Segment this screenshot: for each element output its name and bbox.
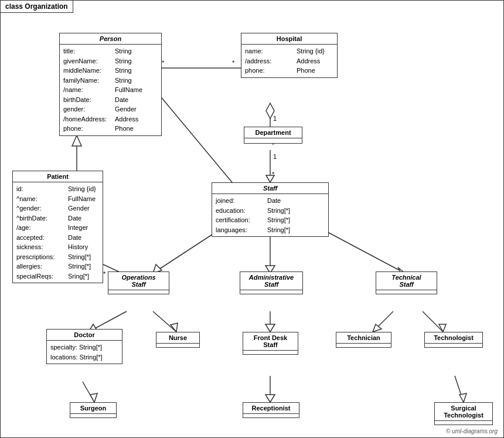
class-front-desk-staff-body xyxy=(243,351,298,354)
svg-marker-27 xyxy=(171,323,178,332)
class-operations-staff: OperationsStaff xyxy=(108,271,169,294)
class-patient-body: id:String {id} ^name:FullName ^gender:Ge… xyxy=(13,182,103,283)
svg-line-32 xyxy=(423,311,443,332)
class-operations-staff-body xyxy=(108,290,169,294)
svg-marker-10 xyxy=(266,175,274,182)
class-staff: Staff joined:Date education:String[*] ce… xyxy=(212,182,329,237)
svg-text:*: * xyxy=(162,59,165,66)
class-technician-body xyxy=(336,344,391,347)
class-technical-staff-header: TechnicalStaff xyxy=(376,272,437,290)
class-technical-staff-body xyxy=(376,290,437,294)
class-technical-staff: TechnicalStaff xyxy=(376,271,437,294)
class-surgeon: Surgeon xyxy=(70,402,117,418)
diagram-container: class Organization * * 1 * 1 * * * xyxy=(0,0,504,438)
class-administrative-staff-header: AdministrativeStaff xyxy=(240,272,302,290)
copyright: © uml-diagrams.org xyxy=(446,428,498,434)
class-hospital-body: name:String {id} /address:Address phone:… xyxy=(241,45,337,77)
class-surgeon-header: Surgeon xyxy=(70,403,116,414)
class-receptionist-body xyxy=(243,414,299,417)
svg-line-38 xyxy=(455,376,464,402)
class-department: Department xyxy=(244,127,302,144)
class-operations-staff-header: OperationsStaff xyxy=(108,272,169,290)
class-department-body xyxy=(244,138,302,143)
class-technologist: Technologist xyxy=(424,332,483,348)
class-nurse: Nurse xyxy=(156,332,200,348)
class-surgical-technologist-header: SurgicalTechnologist xyxy=(435,403,492,421)
svg-text:*: * xyxy=(232,59,235,66)
class-hospital: Hospital name:String {id} /address:Addre… xyxy=(241,33,338,78)
diagram-title: class Organization xyxy=(1,1,73,13)
svg-line-30 xyxy=(373,311,393,332)
svg-marker-29 xyxy=(265,324,275,332)
class-doctor: Doctor specialty: String[*] locations: S… xyxy=(46,329,122,364)
class-technician: Technician xyxy=(336,332,391,348)
svg-marker-4 xyxy=(266,103,274,118)
svg-marker-31 xyxy=(373,324,382,332)
class-nurse-header: Nurse xyxy=(156,332,199,344)
svg-line-34 xyxy=(83,382,94,402)
class-department-header: Department xyxy=(244,127,302,138)
svg-text:*: * xyxy=(103,270,106,277)
class-doctor-body: specialty: String[*] locations: String[*… xyxy=(47,341,122,364)
class-administrative-staff-body xyxy=(240,290,302,294)
class-receptionist: Receptionist xyxy=(243,402,299,418)
svg-marker-12 xyxy=(72,135,81,146)
class-receptionist-header: Receptionist xyxy=(243,403,299,414)
svg-marker-39 xyxy=(459,393,466,402)
class-surgeon-body xyxy=(70,414,116,417)
class-administrative-staff: AdministrativeStaff xyxy=(240,271,303,294)
class-nurse-body xyxy=(156,344,199,347)
class-technician-header: Technician xyxy=(336,332,391,344)
class-patient: Patient id:String {id} ^name:FullName ^g… xyxy=(12,171,103,283)
class-person-header: Person xyxy=(60,33,161,45)
svg-text:*: * xyxy=(272,171,275,178)
class-person: Person title:String givenName:String mid… xyxy=(59,33,162,136)
class-staff-header: Staff xyxy=(212,183,328,194)
svg-marker-33 xyxy=(439,324,446,332)
svg-text:1: 1 xyxy=(273,153,277,160)
class-front-desk-staff: Front DeskStaff xyxy=(243,332,298,355)
class-front-desk-staff-header: Front DeskStaff xyxy=(243,332,298,351)
class-surgical-technologist-body xyxy=(435,421,492,425)
class-technologist-body xyxy=(425,344,482,347)
class-technologist-header: Technologist xyxy=(425,332,482,344)
class-doctor-header: Doctor xyxy=(47,330,122,341)
svg-line-26 xyxy=(153,311,176,332)
svg-text:1: 1 xyxy=(273,115,277,122)
svg-marker-37 xyxy=(265,395,275,402)
class-surgical-technologist: SurgicalTechnologist xyxy=(434,402,493,425)
class-patient-header: Patient xyxy=(13,171,103,182)
class-person-body: title:String givenName:String middleName… xyxy=(60,45,161,135)
svg-marker-35 xyxy=(90,393,97,402)
class-staff-body: joined:Date education:String[*] certific… xyxy=(212,194,328,236)
class-hospital-header: Hospital xyxy=(241,33,337,45)
